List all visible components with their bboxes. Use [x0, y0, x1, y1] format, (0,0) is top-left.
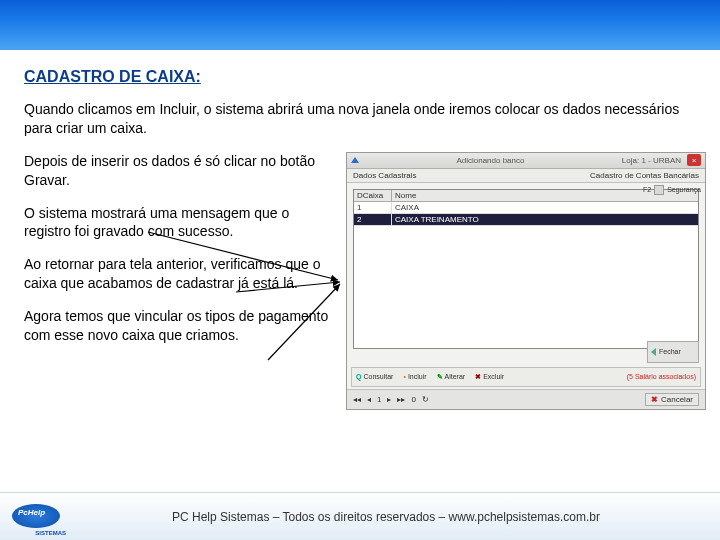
lightbulb-icon: • [403, 373, 405, 380]
nav-next-icon[interactable]: ▸ [387, 395, 391, 404]
paragraph-5: Agora temos que vincular os tipos de pag… [24, 307, 334, 345]
table-row[interactable]: 2 CAIXA TREINAMENTO [354, 214, 698, 226]
nav-controls: ◂◂ ◂ 1 ▸ ▸▸ 0 ↻ [353, 395, 429, 404]
search-icon: Q [356, 373, 361, 380]
delete-icon: ✖ [475, 373, 481, 381]
edit-icon: ✎ [437, 373, 443, 381]
nav-prev-icon[interactable]: ◂ [367, 395, 371, 404]
sub-titlebar: Dados Cadastrais Cadastro de Contas Banc… [347, 169, 705, 183]
app-logo-icon [351, 157, 359, 163]
seguranca-button[interactable]: F2 Segurança [643, 185, 701, 195]
toolbar: QConsultar •Incluir ✎Alterar ✖Excluir (5… [351, 367, 701, 387]
nav-last-icon[interactable]: ▸▸ [397, 395, 405, 404]
consultar-button[interactable]: QConsultar [356, 373, 393, 380]
cancelar-button[interactable]: ✖ Cancelar [645, 393, 699, 406]
nav-num1: 1 [377, 395, 381, 404]
toolbar-status: (5 Salário associados) [627, 373, 696, 380]
page-title: CADASTRO DE CAIXA: [24, 68, 696, 86]
pchelp-logo: PcHelp SISTEMAS [10, 500, 66, 534]
window-footer: ◂◂ ◂ 1 ▸ ▸▸ 0 ↻ ✖ Cancelar [347, 389, 705, 409]
col-header-1: DCaixa [354, 190, 392, 201]
cancel-x-icon: ✖ [651, 395, 658, 404]
refresh-icon[interactable]: ↻ [422, 395, 429, 404]
nav-first-icon[interactable]: ◂◂ [353, 395, 361, 404]
paragraph-4: Ao retornar para tela anterior, verifica… [24, 255, 334, 293]
app-screenshot: Adicionando banco Loja: 1 - URBAN × Dado… [346, 152, 706, 410]
back-arrow-icon [651, 348, 656, 356]
alterar-button[interactable]: ✎Alterar [437, 373, 466, 381]
paragraph-2: Depois de inserir os dados é só clicar n… [24, 152, 334, 190]
subtitle-left: Dados Cadastrais [353, 171, 417, 180]
slide-footer: PcHelp SISTEMAS PC Help Sistemas – Todos… [0, 492, 720, 540]
excluir-button[interactable]: ✖Excluir [475, 373, 504, 381]
cancelar-label: Cancelar [661, 395, 693, 404]
loja-label: Loja: 1 - URBAN [622, 156, 681, 165]
window-titlebar: Adicionando banco Loja: 1 - URBAN × [347, 153, 705, 169]
paragraph-3: O sistema mostrará uma mensagem que o re… [24, 204, 334, 242]
f2-badge: F2 [643, 186, 651, 193]
footer-copyright: PC Help Sistemas – Todos os direitos res… [66, 510, 706, 524]
incluir-button[interactable]: •Incluir [403, 373, 426, 380]
window-title: Adicionando banco [365, 156, 616, 165]
fechar-label: Fechar [659, 348, 681, 355]
fechar-button[interactable]: Fechar [647, 341, 699, 363]
accounts-table: DCaixa Nome 1 CAIXA 2 CAIXA TREINAMENTO [353, 189, 699, 349]
subtitle-right: Cadastro de Contas Bancárias [590, 171, 699, 180]
header-banner [0, 0, 720, 50]
nav-num2: 0 [411, 395, 415, 404]
close-icon[interactable]: × [687, 154, 701, 166]
paragraph-1: Quando clicamos em Incluir, o sistema ab… [24, 100, 696, 138]
content-area: CADASTRO DE CAIXA: Quando clicamos em In… [0, 50, 720, 410]
seguranca-label: Segurança [667, 186, 701, 193]
logo-subtext: SISTEMAS [35, 530, 66, 536]
logo-text: PcHelp [18, 508, 45, 517]
table-row[interactable]: 1 CAIXA [354, 202, 698, 214]
shield-icon [654, 185, 664, 195]
